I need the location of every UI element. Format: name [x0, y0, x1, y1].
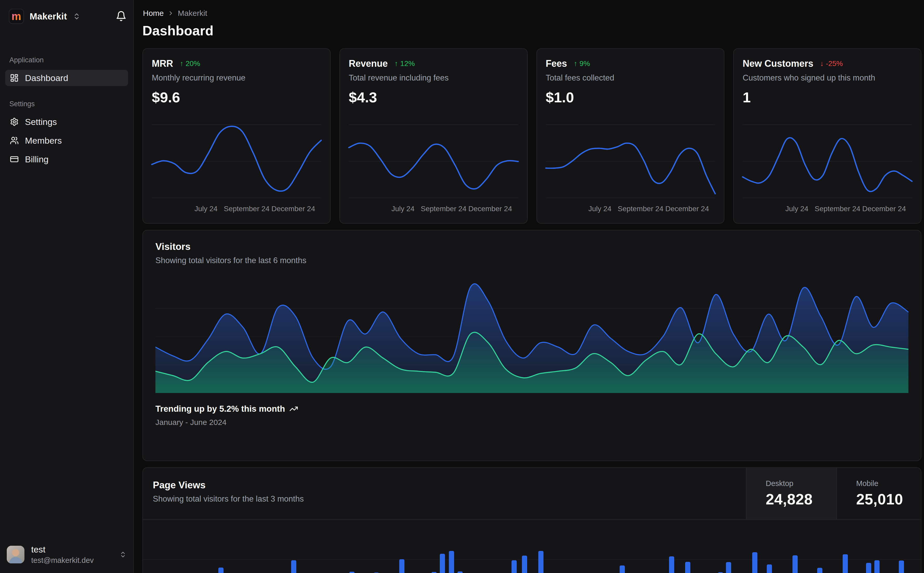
- sparkline-x-axis: July 24 September 24 December 24: [349, 205, 518, 215]
- stat-cards-row: MRR ↑20% Monthly recurring revenue $9.6 …: [143, 48, 921, 224]
- page-views-bar-chart[interactable]: [143, 520, 921, 573]
- stat-value: $1.0: [546, 89, 715, 106]
- user-email: test@makerkit.dev: [31, 556, 94, 565]
- breadcrumb-current: Makerkit: [178, 9, 207, 18]
- stat-card-mrr: MRR ↑20% Monthly recurring revenue $9.6 …: [143, 48, 331, 224]
- nav-section-settings: Settings: [9, 100, 128, 108]
- new-customers-sparkline-chart[interactable]: [743, 122, 912, 200]
- visitors-trend-text: Trending up by 5.2% this month: [155, 404, 285, 414]
- stat-title: Revenue: [349, 58, 388, 69]
- bar: [431, 572, 437, 573]
- page-views-title: Page Views: [153, 480, 304, 491]
- bar: [440, 554, 445, 573]
- visitors-date-range: January - June 2024: [155, 418, 298, 427]
- visitors-card: Visitors Showing total visitors for the …: [143, 230, 921, 461]
- bar: [399, 559, 405, 573]
- main-content: Home Makerkit Dashboard MRR ↑20% Monthly…: [134, 0, 924, 573]
- stat-title: New Customers: [743, 58, 813, 69]
- sidebar-item-label: Billing: [25, 154, 49, 164]
- page-views-card: Page Views Showing total visitors for th…: [143, 467, 921, 573]
- gear-icon: [10, 117, 19, 126]
- credit-card-icon: [10, 155, 19, 164]
- page-views-mobile-toggle[interactable]: Mobile 25,010: [836, 468, 921, 519]
- user-avatar: [7, 546, 24, 564]
- notifications-button[interactable]: [114, 9, 128, 24]
- logo-letter: m: [11, 11, 21, 22]
- sidebar-header: m Makerkit: [5, 7, 128, 25]
- chevrons-up-down-icon: [119, 551, 127, 558]
- sidebar-item-label: Settings: [25, 117, 57, 127]
- stat-value: $4.3: [349, 89, 518, 106]
- bar: [669, 556, 674, 573]
- trend-badge: ↓-25%: [820, 59, 842, 68]
- chevron-right-icon: [167, 10, 174, 17]
- app-root: m Makerkit Application Dashboard Setting…: [0, 0, 924, 573]
- bar: [866, 563, 871, 573]
- fees-sparkline-chart[interactable]: [546, 122, 715, 200]
- user-menu[interactable]: test test@makerkit.dev: [5, 542, 128, 567]
- bar: [899, 560, 904, 573]
- bar: [817, 568, 822, 573]
- bar: [291, 560, 296, 573]
- sidebar: m Makerkit Application Dashboard Setting…: [0, 0, 134, 573]
- visitors-subtitle: Showing total visitors for the last 6 mo…: [155, 256, 908, 265]
- breadcrumb-home-link[interactable]: Home: [143, 9, 164, 18]
- sidebar-item-label: Members: [25, 136, 62, 146]
- stat-card-revenue: Revenue ↑12% Total revenue including fee…: [339, 48, 528, 224]
- page-title: Dashboard: [143, 23, 921, 38]
- bar: [349, 572, 355, 573]
- sidebar-item-label: Dashboard: [25, 73, 68, 83]
- trend-badge: ↑12%: [395, 59, 415, 68]
- stat-value: 1: [743, 89, 912, 106]
- bar: [842, 554, 848, 573]
- trend-up-arrow-icon: ↑: [180, 59, 184, 68]
- stat-card-new-customers: New Customers ↓-25% Customers who signed…: [733, 48, 921, 224]
- stat-value: $9.6: [152, 89, 321, 106]
- trend-badge: ↑20%: [180, 59, 200, 68]
- visitors-area-chart[interactable]: [155, 280, 908, 393]
- stat-title: MRR: [152, 58, 173, 69]
- trend-badge: ↑9%: [574, 59, 590, 68]
- nav-section-application: Application: [9, 56, 128, 64]
- bar: [218, 568, 224, 573]
- mobile-label: Mobile: [856, 479, 921, 488]
- bar: [874, 560, 880, 573]
- workspace-selector[interactable]: m Makerkit: [9, 9, 81, 24]
- bar: [767, 564, 772, 573]
- desktop-label: Desktop: [766, 479, 836, 488]
- page-views-desktop-toggle[interactable]: Desktop 24,828: [746, 468, 836, 519]
- bar: [620, 565, 625, 573]
- bar: [449, 551, 454, 573]
- page-views-subtitle: Showing total visitors for the last 3 mo…: [153, 494, 304, 504]
- desktop-value: 24,828: [766, 490, 836, 508]
- mobile-value: 25,010: [856, 490, 921, 508]
- user-name: test: [31, 545, 94, 554]
- bar: [538, 551, 543, 573]
- sparkline-x-axis: July 24 September 24 December 24: [152, 205, 321, 215]
- sidebar-item-dashboard[interactable]: Dashboard: [5, 70, 128, 86]
- breadcrumb: Home Makerkit: [143, 9, 921, 18]
- mrr-sparkline-chart[interactable]: [152, 122, 321, 200]
- sidebar-item-settings[interactable]: Settings: [5, 114, 128, 130]
- stat-card-fees: Fees ↑9% Total fees collected $1.0 July …: [537, 48, 725, 224]
- trend-up-arrow-icon: ↑: [395, 59, 398, 68]
- workspace-name: Makerkit: [30, 11, 67, 22]
- sparkline-x-axis: July 24 September 24 December 24: [546, 205, 715, 215]
- bar: [726, 562, 731, 573]
- revenue-sparkline-chart[interactable]: [349, 122, 518, 200]
- bar: [685, 562, 690, 573]
- layout-dashboard-icon: [10, 74, 19, 82]
- bar: [511, 560, 517, 573]
- sidebar-item-billing[interactable]: Billing: [5, 151, 128, 167]
- stat-title: Fees: [546, 58, 567, 69]
- stat-subtitle: Monthly recurring revenue: [152, 73, 321, 83]
- makerkit-logo: m: [9, 9, 24, 24]
- page-views-header: Page Views Showing total visitors for th…: [143, 468, 921, 520]
- stat-subtitle: Total fees collected: [546, 73, 715, 83]
- visitors-title: Visitors: [155, 241, 908, 252]
- sidebar-item-members[interactable]: Members: [5, 133, 128, 149]
- bar: [458, 571, 463, 573]
- bar: [522, 556, 527, 573]
- bar: [792, 555, 798, 573]
- sparkline-x-axis: July 24 September 24 December 24: [743, 205, 912, 215]
